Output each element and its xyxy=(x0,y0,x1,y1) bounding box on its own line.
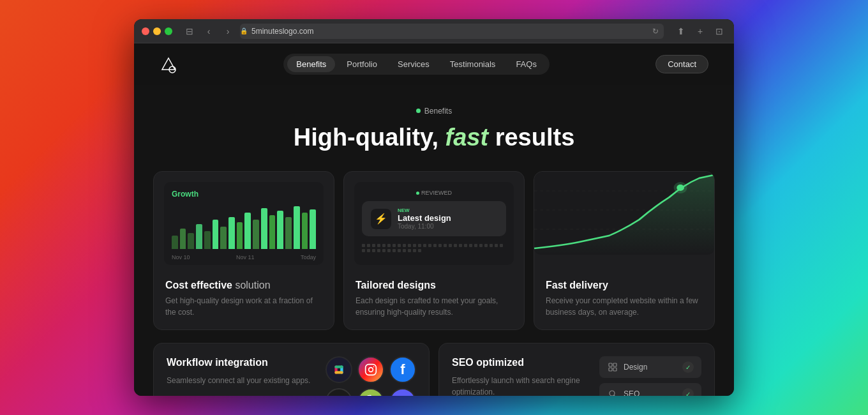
hero-section: Benefits High-quality, fast results xyxy=(134,85,734,158)
card-tailored: REVIEWED ⚡ NEW Latest design Today, 11:0… xyxy=(343,171,525,330)
design-item-icon xyxy=(607,361,618,373)
card1-title-bold: Cost effective xyxy=(165,280,232,290)
back-button[interactable]: ‹ xyxy=(202,24,216,38)
card3-desc: Receive your completed website within a … xyxy=(546,295,703,318)
nav-testimonials[interactable]: Testimonials xyxy=(441,56,505,72)
logo[interactable] xyxy=(160,56,177,73)
nav-faqs[interactable]: FAQs xyxy=(507,56,546,72)
card-fast-delivery: Fast delivery Receive your completed web… xyxy=(534,171,715,330)
design-check: ✓ xyxy=(682,361,694,373)
hero-title-end: results xyxy=(495,124,575,151)
reviewed-label: REVIEWED xyxy=(421,190,452,196)
hero-title: High-quality, fast results xyxy=(160,123,708,153)
slack-icon xyxy=(326,356,352,383)
sidebar-toggle[interactable]: ⊟ xyxy=(183,24,197,38)
svg-rect-8 xyxy=(334,365,343,368)
notif-time: Today, 11:00 xyxy=(398,223,497,230)
share-button[interactable]: ⬆ xyxy=(674,24,688,38)
card-cost-effective: Growth xyxy=(153,171,334,330)
url-text: 5minuteslogo.com xyxy=(251,27,313,36)
forward-button[interactable]: › xyxy=(221,24,235,38)
svg-point-5 xyxy=(674,182,687,193)
design-item-label: Design xyxy=(624,363,677,372)
svg-rect-16 xyxy=(613,368,617,371)
badge-label: Benefits xyxy=(424,107,452,116)
seo-title: SEO optimized xyxy=(452,356,589,370)
chart-container: Growth xyxy=(164,182,324,265)
card2-desc: Each design is crafted to meet your goal… xyxy=(355,295,513,318)
workflow-text: Workflow integration Seamlessly connect … xyxy=(167,356,315,386)
chart-bars xyxy=(172,204,316,252)
twitter-icon xyxy=(326,388,352,396)
badge-dot xyxy=(416,109,421,113)
card3-title: Fast delivery xyxy=(546,280,703,291)
nav-benefits[interactable]: Benefits xyxy=(287,56,335,72)
seo-search-icon xyxy=(607,388,618,396)
card-visual-chart: Growth xyxy=(154,172,334,271)
date-2: Nov 11 xyxy=(236,254,255,260)
browser-window: ⊟ ‹ › 🔒 5minuteslogo.com ↻ ⬆ + ⊡ Benefit… xyxy=(134,19,734,396)
reload-icon[interactable]: ↻ xyxy=(652,27,659,36)
fullscreen-button[interactable] xyxy=(165,27,172,35)
nav-links: Benefits Portfolio Services Testimonials… xyxy=(283,54,550,75)
card3-content: Fast delivery Receive your completed web… xyxy=(534,271,714,329)
card3-title-bold: Fast delivery xyxy=(546,280,608,290)
contact-button[interactable]: Contact xyxy=(655,55,708,73)
seo-text: SEO optimized Effortlessly launch with s… xyxy=(452,356,589,396)
design-container: REVIEWED ⚡ NEW Latest design Today, 11:0… xyxy=(354,182,514,265)
card1-title: Cost effective solution xyxy=(165,280,322,291)
date-1: Nov 10 xyxy=(172,254,190,260)
seo-desc: Effortlessly launch with search engine o… xyxy=(452,375,589,396)
design-notification: ⚡ NEW Latest design Today, 11:00 xyxy=(362,201,506,236)
card2-title: Tailored designs xyxy=(355,280,513,291)
dot-grid: // Rendered via JS below xyxy=(362,244,506,252)
reviewed-dot xyxy=(416,192,419,195)
browser-chrome: ⊟ ‹ › 🔒 5minuteslogo.com ↻ ⬆ + ⊡ xyxy=(134,19,734,43)
card1-content: Cost effective solution Get high-quality… xyxy=(154,271,334,329)
bottom-grid: Workflow integration Seamlessly connect … xyxy=(134,343,734,396)
instagram-icon xyxy=(357,356,384,383)
minimize-button[interactable] xyxy=(153,27,161,35)
svg-rect-9 xyxy=(334,371,343,374)
workflow-desc: Seamlessly connect all your existing app… xyxy=(167,375,315,386)
website-content: Benefits Portfolio Services Testimonials… xyxy=(134,43,734,396)
hero-title-normal: High-quality, xyxy=(294,124,438,151)
bolt-icon: ⚡ xyxy=(371,209,391,229)
cards-grid: Growth xyxy=(134,158,734,343)
alpha-icon: A xyxy=(389,388,416,396)
close-button[interactable] xyxy=(142,27,149,35)
card2-title-bold: Tailored designs xyxy=(355,280,436,290)
svg-line-18 xyxy=(614,395,617,396)
svg-point-12 xyxy=(373,366,375,368)
date-3: Today xyxy=(301,254,316,260)
reviewed-badge: REVIEWED xyxy=(416,190,452,196)
card-visual-design: REVIEWED ⚡ NEW Latest design Today, 11:0… xyxy=(344,172,524,271)
sidebar-right-button[interactable]: ⊡ xyxy=(712,24,726,38)
new-tab-button[interactable]: + xyxy=(693,24,707,38)
growth-chart xyxy=(534,172,714,255)
seo-check: ✓ xyxy=(682,388,694,396)
facebook-icon: f xyxy=(389,356,416,383)
svg-rect-14 xyxy=(613,363,617,366)
nav-services[interactable]: Services xyxy=(389,56,438,72)
card-visual-growth xyxy=(534,172,714,271)
seo-items: Design ✓ SEO ✓ xyxy=(599,356,701,396)
benefits-badge: Benefits xyxy=(416,107,452,116)
hero-title-accent: fast xyxy=(445,124,495,151)
lock-icon: 🔒 xyxy=(240,27,248,34)
seo-item-label: SEO xyxy=(624,389,677,396)
workflow-title: Workflow integration xyxy=(167,356,315,370)
app-icons: f A xyxy=(326,356,416,396)
svg-point-11 xyxy=(369,368,373,372)
seo-item-design: Design ✓ xyxy=(599,356,701,378)
card1-title-solution: solution xyxy=(235,280,270,290)
chart-label: Growth xyxy=(172,190,316,199)
address-bar[interactable]: 🔒 5minuteslogo.com ↻ xyxy=(240,24,664,39)
traffic-lights xyxy=(142,27,172,35)
card-seo: SEO optimized Effortlessly launch with s… xyxy=(438,343,715,396)
nav-portfolio[interactable]: Portfolio xyxy=(338,56,386,72)
notif-title: Latest design xyxy=(398,213,497,223)
card-workflow: Workflow integration Seamlessly connect … xyxy=(153,343,430,396)
chart-dates: Nov 10 Nov 11 Today xyxy=(172,254,316,260)
svg-rect-10 xyxy=(366,365,377,375)
